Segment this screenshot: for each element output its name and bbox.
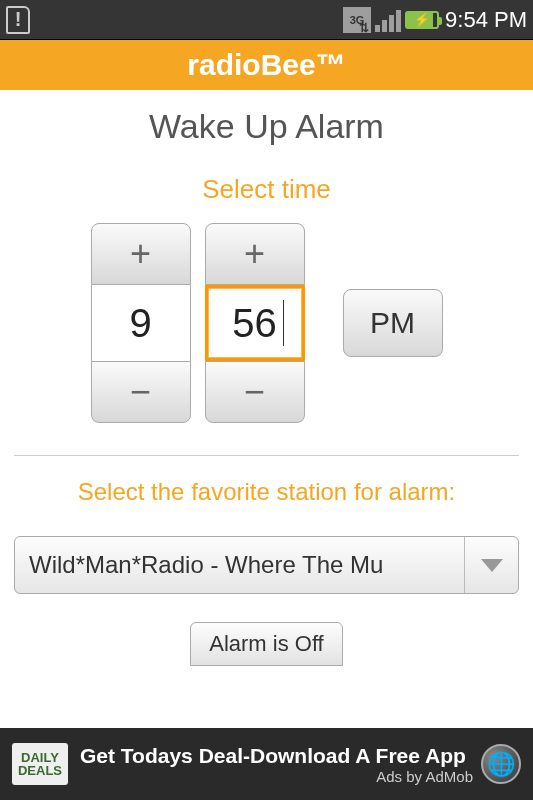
minute-input[interactable]: 56 [205, 285, 305, 361]
sim-icon: ! [6, 6, 30, 34]
ad-text-wrap: Get Todays Deal-Download A Free App Ads … [80, 744, 481, 785]
ad-badge-line2: DEALS [18, 764, 62, 777]
station-selected-text: Wild*Man*Radio - Where The Mu [29, 551, 464, 579]
battery-charging-icon: ⚡ [405, 11, 439, 29]
select-station-label: Select the favorite station for alarm: [78, 478, 456, 506]
hour-increment-button[interactable]: + [91, 223, 191, 285]
network-3g-icon: 3G [343, 7, 371, 33]
app-header: radioBee™ [0, 40, 533, 90]
hour-input[interactable]: 9 [91, 285, 191, 361]
ad-text: Get Todays Deal-Download A Free App [80, 744, 481, 768]
app-title: radioBee™ [187, 48, 345, 82]
signal-icon [375, 8, 401, 32]
select-time-label: Select time [202, 174, 331, 205]
minute-increment-button[interactable]: + [205, 223, 305, 285]
divider [14, 455, 519, 456]
ad-attribution: Ads by AdMob [80, 768, 473, 785]
minute-decrement-button[interactable]: − [205, 361, 305, 423]
alarm-toggle-button[interactable]: Alarm is Off [190, 622, 343, 666]
time-picker: + 9 − + 56 − PM [91, 223, 443, 423]
ad-banner[interactable]: DAILY DEALS Get Todays Deal-Download A F… [0, 728, 533, 800]
minute-spinner: + 56 − [205, 223, 305, 423]
status-clock: 9:54 PM [445, 7, 527, 33]
main-content: Wake Up Alarm Select time + 9 − + 56 − P… [0, 90, 533, 728]
minus-icon: − [244, 371, 265, 413]
hour-spinner: + 9 − [91, 223, 191, 423]
status-bar: ! 3G ⚡ 9:54 PM [0, 0, 533, 40]
hour-decrement-button[interactable]: − [91, 361, 191, 423]
plus-icon: + [130, 233, 151, 275]
chevron-down-icon [464, 537, 518, 593]
globe-icon: 🌐 [481, 744, 521, 784]
page-title: Wake Up Alarm [149, 107, 384, 146]
station-dropdown[interactable]: Wild*Man*Radio - Where The Mu [14, 536, 519, 594]
plus-icon: + [244, 233, 265, 275]
minus-icon: − [130, 371, 151, 413]
ampm-toggle-button[interactable]: PM [343, 289, 443, 357]
ad-badge: DAILY DEALS [12, 743, 68, 785]
